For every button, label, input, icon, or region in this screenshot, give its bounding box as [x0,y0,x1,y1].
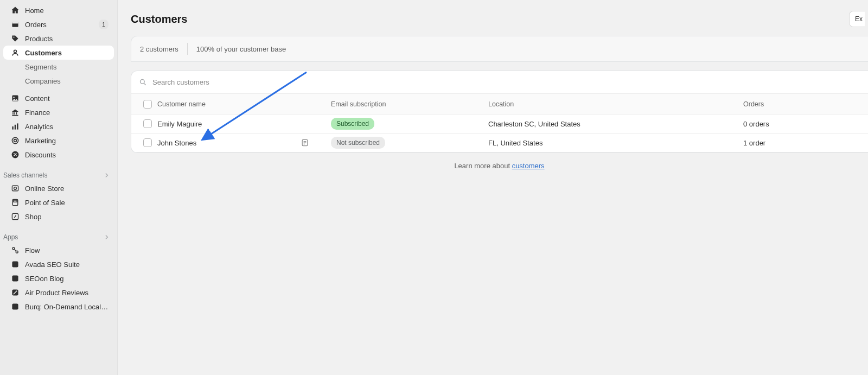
sidebar-item-products[interactable]: Products [3,31,114,46]
table-row[interactable]: John Stones Not subscribed FL, United St… [131,134,868,152]
footer-prefix: Learn more about [454,162,512,170]
customer-orders: 0 orders [739,117,868,131]
sidebar-subitem-companies[interactable]: Companies [3,74,114,88]
svg-point-3 [14,50,17,53]
sidebar-item-label: Orders [25,21,93,29]
sidebar-item-pos[interactable]: Point of Sale [3,195,114,209]
table-row[interactable]: Emily Maguire Subscribed Charleston SC, … [131,115,868,134]
sidebar-item-orders[interactable]: Orders 1 [3,17,114,31]
subscription-badge: Subscribed [331,118,374,130]
pos-icon [11,198,20,207]
sidebar-item-flow[interactable]: Flow [3,243,114,257]
select-all-checkbox[interactable] [143,100,152,109]
customers-help-link[interactable]: customers [512,162,545,170]
sidebar-item-label: Air Product Reviews [25,289,108,297]
sidebar-subitem-segments[interactable]: Segments [3,60,114,74]
app-icon [11,274,20,283]
sidebar-item-label: Burq: On-Demand Local D... [25,303,108,311]
customer-location: FL, United States [484,136,739,150]
col-location[interactable]: Location [484,97,739,111]
search-icon [139,78,147,86]
sidebar-item-customers[interactable]: Customers [3,46,114,60]
svg-rect-17 [14,200,17,202]
sidebar-item-label: Discounts [25,151,108,159]
svg-rect-21 [12,261,18,267]
subscription-badge: Not subscribed [331,137,385,149]
customer-count: 2 customers [140,45,178,53]
app-icon [11,260,20,269]
sidebar-item-label: Products [25,35,108,43]
page-header: Customers Ex [131,11,868,27]
chevron-right-icon [103,233,111,241]
products-icon [11,34,20,43]
orders-badge: 1 [99,20,108,29]
section-heading-label: Sales channels [3,171,47,179]
sidebar-item-label: SEOon Blog [25,275,108,283]
sidebar-item-label: Content [25,94,108,103]
row-checkbox[interactable] [143,119,152,128]
sidebar-item-label: Online Store [25,185,108,193]
svg-point-19 [12,247,15,250]
discounts-icon [11,150,20,159]
sidebar-item-marketing[interactable]: Marketing [3,134,114,148]
orders-icon [11,20,20,29]
sidebar-item-label: Point of Sale [25,199,108,207]
col-name[interactable]: Customer name [153,97,327,111]
customers-icon [11,48,20,57]
sidebar-item-home[interactable]: Home [3,3,114,17]
customers-table-card: Customer name Email subscription Locatio… [131,71,868,153]
svg-rect-24 [12,303,18,309]
sidebar-item-online-store[interactable]: Online Store [3,181,114,195]
export-label: Ex [855,15,863,23]
sidebar-item-analytics[interactable]: Analytics [3,119,114,134]
customer-base-percent: 100% of your customer base [196,45,286,53]
svg-point-2 [14,37,15,38]
customer-location: Charleston SC, United States [484,117,739,131]
sidebar-item-shop[interactable]: Shop [3,209,114,224]
svg-point-9 [12,137,18,143]
sidebar-item-air[interactable]: Air Product Reviews [3,285,114,300]
customer-orders: 1 order [739,136,868,150]
svg-rect-14 [12,186,18,191]
sidebar-item-burq[interactable]: Burq: On-Demand Local D... [3,300,114,314]
note-icon [301,138,309,147]
app-icon [11,288,20,297]
sidebar-item-label: Analytics [25,123,108,131]
search-row[interactable] [131,71,868,94]
svg-rect-7 [15,125,16,130]
svg-rect-8 [17,123,18,129]
sidebar-item-discounts[interactable]: Discounts [3,148,114,162]
row-checkbox[interactable] [143,138,152,147]
section-heading-label: Apps [3,233,18,241]
main-content: Customers Ex 2 customers 100% of your cu… [118,0,868,375]
svg-point-10 [14,139,17,142]
table-header: Customer name Email subscription Locatio… [131,94,868,115]
col-email[interactable]: Email subscription [327,97,484,111]
sidebar-item-avada[interactable]: Avada SEO Suite [3,257,114,271]
app-icon [11,302,20,311]
sidebar-item-label: Home [25,7,108,15]
table-footer: Learn more about customers [131,153,868,179]
sidebar-item-label: Finance [25,109,108,117]
summary-bar: 2 customers 100% of your customer base [131,36,868,62]
export-button[interactable]: Ex [849,11,865,27]
customer-name: John Stones [157,139,196,147]
analytics-icon [11,122,20,131]
svg-point-25 [141,80,145,84]
section-heading-apps[interactable]: Apps [0,229,117,243]
sidebar-item-label: Customers [25,49,108,57]
sidebar-item-label: Shop [25,213,108,221]
sidebar-item-label: Flow [25,246,108,255]
col-orders[interactable]: Orders [739,97,868,111]
chevron-right-icon [103,171,111,179]
section-heading-channels[interactable]: Sales channels [0,167,117,181]
svg-point-13 [16,155,17,156]
sidebar-item-finance[interactable]: Finance [3,105,114,119]
online-store-icon [11,184,20,193]
sidebar-item-content[interactable]: Content [3,91,114,105]
home-icon [11,6,20,15]
sidebar-item-seoon[interactable]: SEOon Blog [3,271,114,285]
sidebar-item-label: Segments [25,63,108,71]
svg-point-5 [13,97,14,98]
search-input[interactable] [152,78,860,86]
